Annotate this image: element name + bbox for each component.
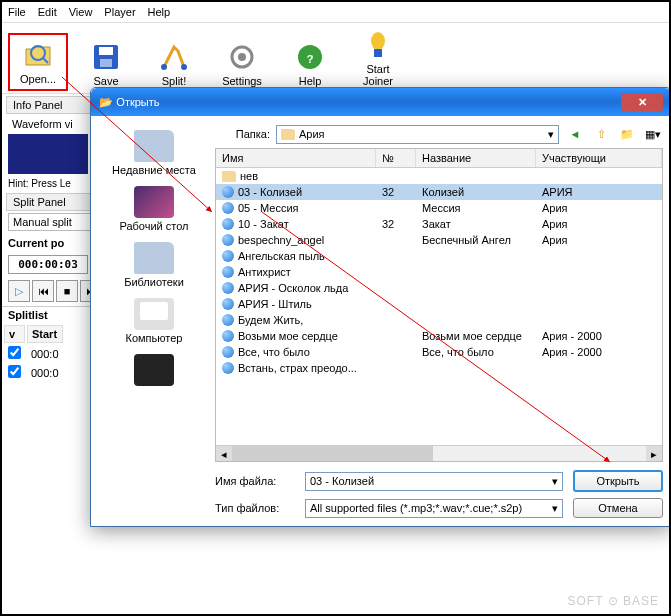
place-icon: [134, 130, 174, 162]
audio-file-icon: [222, 330, 234, 342]
col-title[interactable]: Название: [416, 149, 536, 167]
file-name: АРИЯ - Штиль: [238, 298, 312, 310]
scroll-thumb[interactable]: [232, 446, 433, 461]
sidebar-place[interactable]: Недавние места: [112, 130, 196, 176]
open-file-button[interactable]: Открыть: [573, 470, 663, 492]
file-row[interactable]: АРИЯ - Штиль: [216, 296, 662, 312]
split-panel-tab[interactable]: Split Panel: [6, 193, 96, 211]
col-start[interactable]: Start: [27, 325, 63, 343]
file-row[interactable]: Возьми мое сердцеВозьми мое сердцеАрия -…: [216, 328, 662, 344]
view-menu-button[interactable]: ▦▾: [643, 124, 663, 144]
file-num: [376, 361, 416, 375]
stop-button[interactable]: ■: [56, 280, 78, 302]
file-list: Имя № Название Участвующи нев03 - Колизе…: [215, 148, 663, 462]
file-row[interactable]: 05 - МессияМессияАрия: [216, 200, 662, 216]
file-num: 32: [376, 185, 416, 199]
file-num: [376, 265, 416, 279]
file-row[interactable]: 10 - Закат32ЗакатАрия: [216, 216, 662, 232]
col-v[interactable]: v: [4, 325, 25, 343]
file-num: [376, 281, 416, 295]
toolbar: Open... Save Split! Settings ? Help Star…: [2, 23, 669, 94]
open-label: Open...: [20, 73, 56, 85]
svg-rect-3: [99, 47, 113, 55]
prev-button[interactable]: ⏮: [32, 280, 54, 302]
filename-input[interactable]: 03 - Колизей▾: [305, 472, 563, 491]
file-row[interactable]: АРИЯ - Осколок льда: [216, 280, 662, 296]
filetype-combobox[interactable]: All supported files (*.mp3;*.wav;*.cue;*…: [305, 499, 563, 518]
file-title: Колизей: [416, 185, 536, 199]
file-row[interactable]: Все, что былоВсе, что былоАрия - 2000: [216, 344, 662, 360]
joiner-button[interactable]: Start Joiner: [348, 25, 408, 91]
col-name[interactable]: Имя: [216, 149, 376, 167]
audio-file-icon: [222, 298, 234, 310]
manual-split-tab[interactable]: Manual split: [8, 213, 98, 231]
split-check[interactable]: [8, 365, 21, 378]
place-icon: [134, 298, 174, 330]
menu-help[interactable]: Help: [148, 6, 171, 18]
settings-button[interactable]: Settings: [212, 37, 272, 91]
scroll-right-icon[interactable]: ▸: [646, 446, 662, 462]
file-num: [376, 297, 416, 311]
file-title: [416, 169, 536, 183]
file-row[interactable]: 03 - Колизей32КолизейАРИЯ: [216, 184, 662, 200]
file-row[interactable]: Будем Жить,: [216, 312, 662, 328]
folder-icon: [281, 129, 295, 140]
splitlist-row[interactable]: 000:0: [4, 364, 63, 381]
sidebar-place[interactable]: [134, 354, 174, 388]
audio-file-icon: [222, 346, 234, 358]
horizontal-scrollbar[interactable]: ◂ ▸: [216, 445, 662, 461]
svg-point-8: [238, 53, 246, 61]
cancel-button[interactable]: Отмена: [573, 498, 663, 518]
file-artist: [536, 265, 662, 279]
split-icon: [158, 41, 190, 73]
file-row[interactable]: нев: [216, 168, 662, 184]
file-title: [416, 281, 536, 295]
split-check[interactable]: [8, 346, 21, 359]
folder-value: Ария: [299, 128, 325, 140]
play-button[interactable]: ▷: [8, 280, 30, 302]
svg-point-11: [371, 32, 385, 50]
info-panel-tab[interactable]: Info Panel: [6, 96, 96, 114]
file-num: [376, 233, 416, 247]
col-num[interactable]: №: [376, 149, 416, 167]
menubar: File Edit View Player Help: [2, 2, 669, 23]
audio-file-icon: [222, 314, 234, 326]
file-row[interactable]: Встань, страх преодо...: [216, 360, 662, 376]
file-row[interactable]: bespechny_angelБеспечный АнгелАрия: [216, 232, 662, 248]
file-row[interactable]: Антихрист: [216, 264, 662, 280]
scroll-left-icon[interactable]: ◂: [216, 446, 232, 462]
up-button[interactable]: ⇧: [591, 124, 611, 144]
menu-file[interactable]: File: [8, 6, 26, 18]
col-artist[interactable]: Участвующи: [536, 149, 662, 167]
new-folder-button[interactable]: 📁: [617, 124, 637, 144]
chevron-down-icon: ▾: [552, 502, 558, 515]
menu-edit[interactable]: Edit: [38, 6, 57, 18]
back-button[interactable]: ◄: [565, 124, 585, 144]
places-sidebar: Недавние местаРабочий столБиблиотекиКомп…: [99, 124, 209, 518]
save-button[interactable]: Save: [76, 37, 136, 91]
file-title: Закат: [416, 217, 536, 231]
folder-combobox[interactable]: Ария ▾: [276, 125, 559, 144]
file-name: АРИЯ - Осколок льда: [238, 282, 348, 294]
filename-label: Имя файла:: [215, 475, 295, 487]
dialog-titlebar[interactable]: 📂 Открыть ✕: [91, 88, 671, 116]
joiner-icon: [362, 29, 394, 61]
open-icon: [22, 39, 54, 71]
splitlist-row[interactable]: 000:0: [4, 345, 63, 362]
split-button[interactable]: Split!: [144, 37, 204, 91]
help-button[interactable]: ? Help: [280, 37, 340, 91]
file-name: Ангельская пыль: [238, 250, 325, 262]
close-button[interactable]: ✕: [621, 93, 663, 111]
file-artist: АРИЯ: [536, 185, 662, 199]
file-num: [376, 329, 416, 343]
file-name: Встань, страх преодо...: [238, 362, 357, 374]
file-title: Все, что было: [416, 345, 536, 359]
sidebar-place[interactable]: Рабочий стол: [119, 186, 188, 232]
file-title: Мессия: [416, 201, 536, 215]
menu-view[interactable]: View: [69, 6, 93, 18]
open-button[interactable]: Open...: [8, 33, 68, 91]
sidebar-place[interactable]: Компьютер: [126, 298, 183, 344]
sidebar-place[interactable]: Библиотеки: [124, 242, 184, 288]
menu-player[interactable]: Player: [104, 6, 135, 18]
file-row[interactable]: Ангельская пыль: [216, 248, 662, 264]
